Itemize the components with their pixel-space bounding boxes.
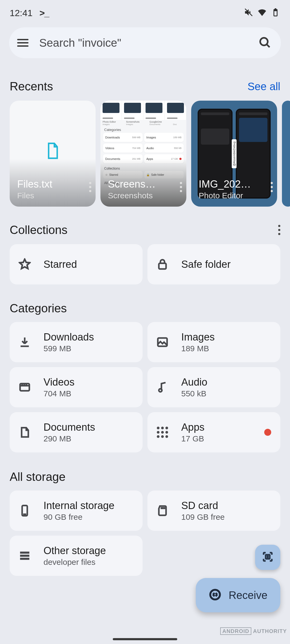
sd-card-icon: [155, 504, 169, 518]
recents-heading: Recents: [10, 80, 53, 93]
search-icon[interactable]: [258, 36, 271, 50]
mute-icon: [244, 8, 253, 18]
recent-name: Screens…: [108, 178, 169, 190]
receive-fab[interactable]: Receive: [196, 578, 280, 612]
search-bar[interactable]: Search "invoice": [9, 27, 281, 58]
all-storage-heading: All storage: [10, 470, 66, 484]
star-icon: [18, 257, 32, 271]
tile-title: Audio: [181, 376, 207, 388]
terminal-icon: >_: [39, 8, 49, 18]
tile-subtitle: 290 MB: [44, 434, 95, 443]
tile-documents[interactable]: Documents 290 MB: [10, 412, 143, 452]
audio-icon: [155, 380, 169, 394]
recents-strip[interactable]: Files.txt Files Photo Editor Screenshots…: [0, 101, 290, 207]
tile-subtitle: developer files: [44, 558, 106, 567]
document-icon: [18, 425, 32, 439]
tile-images[interactable]: Images 189 MB: [147, 322, 280, 362]
recent-source: Screenshots: [108, 191, 169, 200]
tile-title: Downloads: [44, 331, 94, 343]
tile-title: Safe folder: [181, 259, 231, 270]
tile-title: Documents: [44, 422, 95, 433]
tile-title: Starred: [44, 259, 77, 270]
tile-subtitle: 550 kB: [181, 389, 207, 398]
more-icon[interactable]: [271, 182, 273, 192]
gesture-nav-handle[interactable]: [113, 638, 177, 640]
scan-fab[interactable]: [255, 545, 280, 570]
notification-dot: [264, 429, 271, 436]
tile-starred[interactable]: Starred: [10, 244, 143, 284]
video-icon: [18, 380, 32, 394]
tile-internal-storage[interactable]: Internal storage 90 GB free: [10, 491, 143, 531]
recent-source: Photo Editor: [199, 191, 260, 200]
scan-icon: [262, 551, 274, 564]
phone-icon: [18, 504, 32, 518]
recent-card-peek[interactable]: [282, 101, 290, 207]
status-time: 12:41: [10, 8, 32, 18]
tile-subtitle: 704 MB: [44, 389, 75, 398]
tile-subtitle: 90 GB free: [44, 513, 114, 522]
see-all-link[interactable]: See all: [248, 80, 280, 93]
hamburger-menu-icon[interactable]: [17, 39, 28, 47]
tile-safe-folder[interactable]: Safe folder: [147, 244, 280, 284]
search-placeholder: Search "invoice": [39, 36, 258, 49]
tile-apps[interactable]: Apps 17 GB: [147, 412, 280, 452]
collections-more-icon[interactable]: [278, 225, 280, 235]
image-icon: [155, 335, 169, 349]
recent-source: Files: [17, 191, 78, 200]
lock-icon: [155, 257, 169, 271]
watermark: ANDROIDAUTHORITY: [220, 628, 287, 634]
tile-videos[interactable]: Videos 704 MB: [10, 367, 143, 407]
tile-audio[interactable]: Audio 550 kB: [147, 367, 280, 407]
storage-icon: [18, 549, 32, 563]
tile-subtitle: 17 GB: [181, 434, 205, 443]
categories-heading: Categories: [10, 302, 67, 315]
recent-card-image[interactable]: @AssembleDebug IMG_202… Photo Editor: [191, 101, 277, 207]
tile-title: Other storage: [44, 545, 106, 557]
tile-title: Apps: [181, 422, 205, 433]
svg-rect-2: [159, 263, 166, 269]
file-icon: [46, 142, 60, 160]
download-icon: [18, 335, 32, 349]
apps-icon: [155, 425, 169, 439]
tile-title: Images: [181, 331, 215, 343]
recent-name: Files.txt: [17, 178, 78, 190]
svg-line-1: [267, 44, 270, 47]
svg-point-17: [210, 590, 220, 599]
receive-icon: [209, 588, 222, 602]
svg-rect-12: [20, 555, 30, 557]
battery-icon: [271, 8, 280, 18]
recent-card-file[interactable]: Files.txt Files: [10, 101, 96, 207]
svg-point-5: [159, 389, 162, 392]
status-bar: 12:41 >_: [0, 0, 290, 23]
tile-other-storage[interactable]: Other storage developer files: [10, 536, 143, 576]
recent-name: IMG_202…: [199, 178, 260, 190]
wifi-icon: [257, 8, 267, 18]
tile-subtitle: 599 MB: [44, 344, 94, 353]
receive-label: Receive: [229, 589, 267, 601]
tile-title: SD card: [181, 500, 225, 511]
recent-card-screenshot[interactable]: Photo Editor Screenshots GoogleOne Image…: [100, 101, 186, 207]
tile-downloads[interactable]: Downloads 599 MB: [10, 322, 143, 362]
more-icon[interactable]: [180, 182, 182, 192]
svg-point-0: [260, 38, 268, 45]
tile-subtitle: 189 MB: [181, 344, 215, 353]
tile-title: Internal storage: [44, 500, 114, 511]
more-icon[interactable]: [89, 182, 91, 192]
svg-rect-11: [20, 552, 30, 554]
tile-title: Videos: [44, 376, 75, 388]
tile-sd-card[interactable]: SD card 109 GB free: [147, 491, 280, 531]
svg-rect-13: [20, 558, 30, 560]
collections-heading: Collections: [10, 223, 67, 237]
tile-subtitle: 109 GB free: [181, 513, 225, 522]
